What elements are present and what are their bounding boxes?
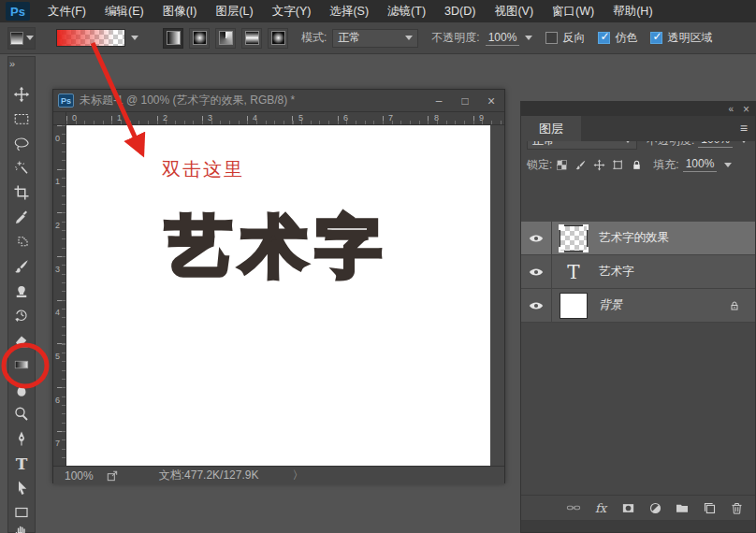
status-options-chevron[interactable]: 〉: [292, 468, 303, 483]
pen-tool[interactable]: [9, 426, 34, 451]
add-mask-icon[interactable]: [618, 498, 637, 517]
opacity-chevron-icon[interactable]: [525, 36, 532, 40]
history-brush-icon: [13, 308, 30, 324]
tab-layers[interactable]: 图层: [521, 116, 581, 141]
blur-tool[interactable]: [9, 378, 34, 402]
layer-row-effect[interactable]: 艺术字的效果: [521, 222, 755, 255]
gradient-picker-chevron-icon[interactable]: [131, 36, 138, 40]
layer-row-background[interactable]: 背景: [521, 289, 755, 323]
lock-position-icon[interactable]: [589, 155, 608, 174]
lock-all-icon[interactable]: [627, 155, 646, 174]
vertical-ruler: 0 1 2 3 4 5 6 7: [53, 125, 66, 466]
move-tool[interactable]: [9, 82, 34, 107]
canvas[interactable]: 双击这里 艺术字: [66, 125, 490, 466]
radial-gradient-button[interactable]: [189, 28, 210, 49]
panel-header-strip: « ×: [521, 102, 755, 116]
gradient-icon: [13, 356, 30, 373]
visibility-eye-icon[interactable]: [521, 222, 552, 255]
layer-name[interactable]: 艺术字的效果: [599, 230, 669, 246]
layer-style-fx-icon[interactable]: fx: [591, 498, 610, 517]
menu-view[interactable]: 视图(V): [486, 0, 542, 22]
zoom-level[interactable]: 100%: [65, 469, 94, 483]
lock-pixels-icon[interactable]: [571, 155, 589, 174]
delete-layer-icon[interactable]: [727, 498, 746, 517]
dither-checkbox[interactable]: [598, 32, 610, 44]
document-title-bar[interactable]: Ps 未标题-1 @ 100% (艺术字的效果, RGB/8) * – □ ×: [53, 90, 504, 112]
menu-type[interactable]: 文字(Y): [264, 0, 320, 22]
marquee-tool[interactable]: [9, 107, 34, 131]
panel-close-icon[interactable]: ×: [743, 103, 749, 116]
blend-mode-select[interactable]: 正常: [332, 29, 418, 48]
panel-collapse-icon[interactable]: «: [728, 104, 734, 114]
new-layer-icon[interactable]: [700, 498, 719, 517]
menu-edit[interactable]: 编辑(E): [96, 0, 153, 22]
menu-image[interactable]: 图像(I): [154, 0, 206, 22]
new-group-icon[interactable]: [673, 498, 691, 517]
pen-icon: [13, 430, 30, 447]
angle-gradient-button[interactable]: [215, 28, 236, 49]
layer-row-text[interactable]: T 艺术字: [521, 255, 755, 289]
link-layers-icon[interactable]: [564, 498, 583, 517]
menu-filter[interactable]: 滤镜(T): [379, 0, 434, 22]
reverse-label: 反向: [562, 30, 585, 46]
hand-tool[interactable]: [9, 520, 34, 533]
opacity-value[interactable]: 100%: [486, 31, 520, 46]
toolbar-collapse-button[interactable]: »: [9, 58, 14, 69]
maximize-button[interactable]: □: [452, 91, 478, 111]
path-select-tool[interactable]: [9, 476, 34, 500]
document-size-info: 文档:477.2K/127.9K: [159, 468, 259, 483]
history-brush-tool[interactable]: [9, 304, 34, 328]
layer-name[interactable]: 艺术字: [599, 264, 634, 280]
menu-select[interactable]: 选择(S): [321, 0, 377, 22]
fill-chevron-icon[interactable]: [724, 163, 732, 167]
minimize-button[interactable]: –: [426, 91, 452, 111]
hand-icon: [13, 524, 30, 533]
menu-bar: Ps 文件(F) 编辑(E) 图像(I) 图层(L) 文字(Y) 选择(S) 滤…: [0, 0, 756, 22]
transparency-checkbox[interactable]: [650, 32, 662, 44]
fill-value[interactable]: 100%: [683, 157, 718, 172]
layer-name[interactable]: 背景: [599, 297, 622, 313]
visibility-eye-icon[interactable]: [521, 255, 552, 289]
crop-tool[interactable]: [9, 180, 34, 205]
close-button[interactable]: ×: [478, 91, 504, 111]
diamond-gradient-button[interactable]: [268, 28, 288, 49]
lasso-tool[interactable]: [9, 132, 34, 156]
layer-lock-icon: [725, 296, 744, 315]
adjustment-layer-icon[interactable]: [646, 498, 664, 517]
clone-stamp-tool[interactable]: [9, 280, 34, 304]
marquee-icon: [13, 110, 30, 127]
tool-preset-picker[interactable]: [7, 27, 36, 50]
layer-thumbnail-checker[interactable]: [560, 225, 588, 252]
healing-patch-tool[interactable]: [9, 230, 34, 254]
eraser-tool[interactable]: [9, 328, 34, 353]
menu-help[interactable]: 帮助(H): [604, 0, 661, 22]
menu-layer[interactable]: 图层(L): [207, 0, 261, 22]
chevron-down-icon: [26, 36, 34, 40]
ps-app-icon: Ps: [6, 2, 30, 21]
eyedropper-tool[interactable]: [9, 206, 34, 230]
dodge-tool[interactable]: [9, 402, 34, 426]
menu-window[interactable]: 窗口(W): [544, 0, 603, 22]
visibility-eye-icon[interactable]: [521, 289, 552, 323]
panel-menu-icon[interactable]: ≡: [740, 121, 748, 136]
reflected-gradient-button[interactable]: [241, 28, 262, 49]
magic-wand-tool[interactable]: [9, 156, 34, 180]
art-word-text: 艺术字: [167, 204, 391, 292]
reverse-checkbox[interactable]: [545, 32, 558, 44]
fill-label: 填充:: [653, 157, 678, 173]
menu-3d[interactable]: 3D(D): [436, 0, 484, 22]
document-file-icon: Ps: [58, 94, 74, 108]
gradient-tool[interactable]: [9, 353, 34, 377]
lock-artboard-icon[interactable]: [608, 155, 627, 174]
gradient-preview[interactable]: [56, 29, 125, 47]
brush-tool[interactable]: [9, 254, 34, 279]
text-layer-thumbnail[interactable]: T: [560, 259, 588, 285]
document-title: 未标题-1 @ 100% (艺术字的效果, RGB/8) *: [80, 93, 295, 108]
tool-options-bar: 模式: 正常 不透明度: 100% 反向 仿色 透明区域: [0, 22, 756, 54]
background-layer-thumbnail[interactable]: [560, 293, 588, 319]
menu-file[interactable]: 文件(F): [39, 0, 94, 22]
share-icon[interactable]: [103, 467, 122, 485]
linear-gradient-button[interactable]: [163, 28, 183, 49]
lock-transparent-icon[interactable]: [552, 155, 571, 174]
type-tool[interactable]: T: [9, 452, 34, 476]
